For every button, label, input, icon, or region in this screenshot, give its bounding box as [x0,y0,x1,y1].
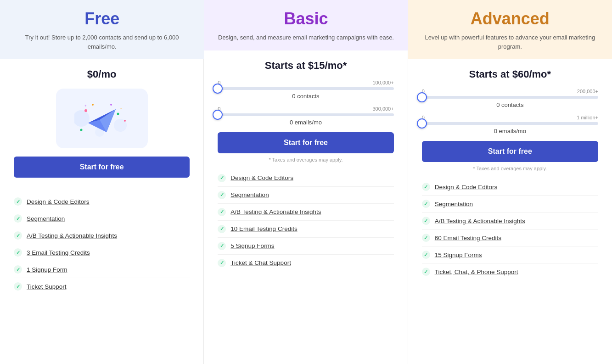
plan-subtitle-advanced: Level up with powerful features to advan… [422,33,598,51]
feature-list-advanced: ✓Design & Code Editors✓Segmentation✓A/B … [422,179,598,280]
slider1-max-basic: 100,000+ [372,80,393,85]
check-icon: ✓ [218,174,226,182]
svg-point-9 [110,104,112,106]
feature-item: ✓3 Email Testing Credits [14,244,190,261]
plan-header-free: FreeTry it out! Store up to 2,000 contac… [0,0,204,59]
feature-text: Segmentation [230,191,269,198]
plan-col-free: FreeTry it out! Store up to 2,000 contac… [0,0,204,364]
feature-text: Ticket & Chat Support [230,259,291,266]
slider2-thumb-advanced[interactable] [417,118,427,129]
slider2-value-basic: 0 emails/mo [218,119,393,126]
feature-text: Design & Code Editors [230,174,293,181]
svg-point-6 [84,109,87,112]
feature-text: A/B Testing & Actionable Insights [435,218,525,224]
feature-text: A/B Testing & Actionable Insights [230,208,321,215]
slider2-value-advanced: 0 emails/mo [422,128,598,134]
start-button-free[interactable]: Start for free [14,157,190,178]
slider1-max-advanced: 200,000+ [577,89,598,94]
feature-item: ✓A/B Testing & Actionable Insights [14,227,190,244]
svg-point-7 [117,113,119,115]
slider1-track-basic[interactable] [218,87,393,90]
check-icon: ✓ [218,259,226,267]
feature-item: ✓5 Signup Forms [218,238,393,255]
feature-text: Segmentation [435,201,473,207]
feature-item: ✓Design & Code Editors [14,193,190,210]
slider-emails-basic: 0300,000+0 emails/mo [218,106,393,126]
slider2-max-basic: 300,000+ [372,106,393,112]
slider2-max-advanced: 1 million+ [577,115,598,120]
plan-price-free: $0/mo [14,68,190,80]
slider1-value-basic: 0 contacts [218,93,393,100]
slider1-thumb-basic[interactable] [213,84,223,94]
check-icon: ✓ [14,197,22,206]
check-icon: ✓ [218,191,226,199]
start-button-advanced[interactable]: Start for free [422,141,598,162]
feature-list-basic: ✓Design & Code Editors✓Segmentation✓A/B … [218,170,393,271]
start-button-basic[interactable]: Start for free [218,132,393,153]
check-icon: ✓ [14,282,22,291]
feature-text: 5 Signup Forms [230,242,274,249]
feature-item: ✓15 Signup Forms [422,246,598,263]
plan-title-basic: Basic [218,9,394,28]
check-icon: ✓ [422,268,430,276]
svg-point-0 [74,110,90,127]
pricing-container: FreeTry it out! Store up to 2,000 contac… [0,0,612,364]
feature-item: ✓A/B Testing & Actionable Insights [422,213,598,230]
svg-text:+: + [84,104,87,108]
svg-point-8 [92,104,94,106]
feature-text: 15 Signup Forms [435,252,482,258]
feature-item: ✓10 Email Testing Credits [218,221,393,238]
plan-price-basic: Starts at $15/mo* [218,60,393,72]
feature-item: ✓Ticket & Chat Support [218,255,393,271]
check-icon: ✓ [14,231,22,240]
plan-title-free: Free [14,9,190,28]
svg-point-10 [124,120,126,122]
feature-text: 1 Signup Form [27,266,67,273]
feature-text: Ticket, Chat, & Phone Support [435,269,518,275]
plan-header-basic: BasicDesign, send, and measure email mar… [204,0,408,50]
slider2-track-basic[interactable] [218,113,393,116]
slider1-thumb-advanced[interactable] [417,92,427,102]
feature-text: 60 Email Testing Credits [435,235,501,241]
check-icon: ✓ [422,183,430,191]
feature-item: ✓60 Email Testing Credits [422,230,598,246]
feature-list-free: ✓Design & Code Editors✓Segmentation✓A/B … [14,193,190,295]
check-icon: ✓ [422,251,430,259]
feature-item: ✓Design & Code Editors [422,179,598,196]
plan-subtitle-basic: Design, send, and measure email marketin… [218,33,394,42]
free-illustration: + + [56,89,148,148]
slider-emails-advanced: 01 million+0 emails/mo [422,115,598,134]
slider1-value-advanced: 0 contacts [422,101,598,108]
check-icon: ✓ [422,234,430,242]
feature-text: 3 Email Testing Credits [27,249,90,256]
feature-item: ✓Ticket Support [14,278,190,295]
check-icon: ✓ [218,225,226,233]
check-icon: ✓ [14,265,22,274]
feature-item: ✓Segmentation [422,196,598,213]
plan-body-free: $0/mo + + Start for fr [0,59,204,364]
plan-body-advanced: Starts at $60/mo*0200,000+0 contacts01 m… [408,59,612,364]
slider2-thumb-basic[interactable] [213,110,223,120]
tax-note-basic: * Taxes and overages may apply. [218,157,393,162]
feature-text: Design & Code Editors [435,184,498,190]
plan-title-advanced: Advanced [422,9,598,28]
feature-item: ✓Segmentation [218,187,393,204]
check-icon: ✓ [218,208,226,216]
slider2-track-advanced[interactable] [422,122,598,125]
check-icon: ✓ [422,200,430,208]
plan-header-advanced: AdvancedLevel up with powerful features … [408,0,612,59]
slider-contacts-basic: 0100,000+0 contacts [218,80,393,100]
feature-item: ✓Ticket, Chat, & Phone Support [422,263,598,280]
check-icon: ✓ [218,242,226,250]
plan-subtitle-free: Try it out! Store up to 2,000 contacts a… [14,33,190,51]
slider1-track-advanced[interactable] [422,96,598,99]
feature-item: ✓A/B Testing & Actionable Insights [218,204,393,221]
tax-note-advanced: * Taxes and overages may apply. [422,166,598,171]
feature-text: Segmentation [27,215,65,222]
feature-text: 10 Email Testing Credits [230,225,297,232]
plan-col-basic: BasicDesign, send, and measure email mar… [204,0,408,364]
feature-text: A/B Testing & Actionable Insights [27,232,117,239]
feature-item: ✓1 Signup Form [14,261,190,278]
svg-text:+: + [120,107,122,110]
feature-item: ✓Design & Code Editors [218,170,393,187]
